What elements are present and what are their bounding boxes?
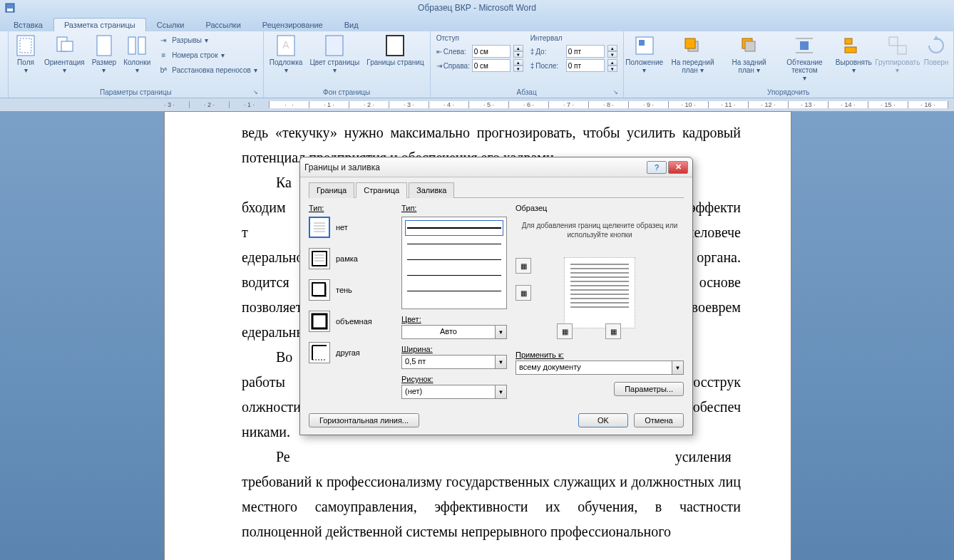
window-title: Образец ВКР - Microsoft Word: [418, 3, 536, 13]
line-style-dashed2[interactable]: [405, 267, 503, 283]
rotate-button: Поверн: [922, 33, 950, 68]
setting-box[interactable]: рамка: [309, 248, 393, 269]
dialog-tab-page[interactable]: Страница: [356, 182, 407, 198]
watermark-icon: A: [275, 34, 297, 57]
tab-insert[interactable]: Вставка: [3, 18, 53, 31]
line-style-solid[interactable]: [405, 220, 503, 236]
preview-top-border-button[interactable]: ▦: [516, 258, 531, 274]
svg-rect-38: [312, 314, 327, 328]
bring-front-button[interactable]: На передний план ▾: [664, 33, 722, 76]
art-combo[interactable]: (нет) ▼: [401, 385, 507, 399]
line-style-dashdot[interactable]: [405, 283, 503, 299]
setting-custom[interactable]: другая: [309, 342, 393, 363]
art-label: Рисунок:: [401, 375, 507, 383]
preview-left-border-button[interactable]: ▦: [557, 323, 573, 339]
spacing-before-input[interactable]: [566, 45, 605, 58]
dialog-help-button[interactable]: ?: [647, 161, 667, 174]
position-icon: [633, 34, 656, 57]
color-combo[interactable]: Авто ▼: [401, 325, 507, 339]
line-numbers-button[interactable]: ≡Номера строк ▾: [155, 48, 260, 62]
color-combo-arrow[interactable]: ▼: [495, 326, 506, 338]
indent-left-icon: ⇤: [436, 48, 442, 56]
breaks-button[interactable]: ⇥Разрывы ▾: [155, 33, 260, 47]
dialog-close-button[interactable]: ✕: [668, 161, 688, 174]
apply-combo-arrow[interactable]: ▼: [672, 361, 683, 374]
svg-text:A: A: [282, 39, 289, 51]
setting-3d[interactable]: объемная: [309, 311, 393, 332]
svg-rect-8: [138, 37, 145, 54]
paragraph-group-label: Абзац: [434, 87, 620, 98]
page-color-button[interactable]: Цвет страницы▾: [307, 33, 362, 76]
save-icon[interactable]: [3, 1, 17, 14]
tab-review[interactable]: Рецензирование: [252, 18, 334, 31]
hyphenation-button[interactable]: bªРасстановка переносов ▾: [155, 63, 260, 77]
ribbon-group-themes-partial: [0, 31, 9, 98]
art-combo-arrow[interactable]: ▼: [495, 385, 506, 398]
cancel-button[interactable]: Отмена: [634, 413, 684, 427]
dialog-titlebar[interactable]: Границы и заливка ? ✕: [300, 157, 692, 177]
options-button[interactable]: Параметры...: [614, 382, 684, 396]
tab-page-layout[interactable]: Разметка страницы: [53, 18, 146, 31]
doc-paragraph-4b: требований к профессионализму государств…: [242, 470, 741, 544]
ribbon-group-page-bg: A Подложка▾ Цвет страницы▾ Границы стран…: [264, 31, 431, 98]
setting-shadow[interactable]: тень: [309, 279, 393, 301]
horizontal-line-button[interactable]: Горизонтальная линия...: [309, 413, 419, 427]
width-combo[interactable]: 0,5 пт ▼: [401, 355, 507, 369]
indent-right-up[interactable]: ▲: [513, 59, 523, 66]
page-borders-button[interactable]: Границы страниц: [364, 33, 426, 68]
preview-page[interactable]: [564, 257, 635, 328]
tab-references[interactable]: Ссылки: [146, 18, 195, 31]
spacing-after-label: ‡После:: [530, 62, 563, 70]
preview-right-border-button[interactable]: ▦: [605, 323, 621, 339]
indent-left-input[interactable]: [472, 45, 511, 58]
spacing-before-up[interactable]: ▲: [607, 45, 617, 51]
spacing-after-down[interactable]: ▼: [607, 66, 617, 72]
setting-3d-icon: [309, 311, 330, 332]
size-button[interactable]: Размер▾: [89, 33, 119, 76]
horizontal-ruler[interactable]: · 3 ·· 2 ·· 1 · · · · 1 ·· 2 · · 3 ·· 4 …: [0, 98, 954, 111]
indent-right-label: ⇥Справа:: [436, 62, 469, 70]
width-combo-arrow[interactable]: ▼: [495, 356, 506, 368]
svg-rect-25: [898, 46, 906, 54]
svg-rect-22: [845, 38, 852, 44]
spacing-after-icon: ‡: [530, 62, 535, 70]
ok-button[interactable]: OK: [578, 413, 628, 427]
indent-left-down[interactable]: ▼: [513, 51, 523, 58]
columns-icon: [125, 34, 148, 57]
apply-label: Применить к:: [516, 351, 684, 359]
spacing-after-up[interactable]: ▲: [607, 59, 617, 66]
text-wrap-button[interactable]: Обтекание текстом▾: [776, 33, 833, 83]
setting-custom-icon: [309, 342, 330, 363]
align-button[interactable]: Выровнять ▾: [834, 33, 873, 76]
breaks-icon: ⇥: [158, 34, 169, 46]
dialog-tab-border[interactable]: Граница: [309, 182, 354, 198]
position-button[interactable]: Положение▾: [627, 33, 662, 76]
ribbon: Поля▾ Ориентация▾ Размер▾ Колонки▾ ⇥Разр…: [0, 31, 954, 98]
line-style-dotted[interactable]: [405, 236, 503, 252]
send-back-button[interactable]: На задний план ▾: [723, 33, 774, 76]
indent-right-icon: ⇥: [436, 62, 442, 70]
preview-bottom-border-button[interactable]: ▦: [516, 285, 531, 301]
spacing-before-down[interactable]: ▼: [607, 51, 617, 58]
indent-left-up[interactable]: ▲: [513, 45, 523, 51]
svg-rect-16: [685, 38, 695, 48]
apply-combo[interactable]: всему документу ▼: [516, 361, 684, 375]
borders-shading-dialog: Границы и заливка ? ✕ Граница Страница З…: [299, 157, 693, 435]
line-style-list[interactable]: [401, 217, 507, 309]
page-setup-launcher-icon[interactable]: ↘: [252, 88, 260, 96]
indent-right-down[interactable]: ▼: [513, 66, 523, 72]
paragraph-launcher-icon[interactable]: ↘: [612, 88, 620, 96]
columns-button[interactable]: Колонки▾: [120, 33, 153, 76]
orientation-button[interactable]: Ориентация▾: [41, 33, 88, 76]
quick-access-toolbar: [3, 1, 17, 14]
margins-button[interactable]: Поля▾: [11, 33, 40, 76]
watermark-button[interactable]: A Подложка▾: [267, 33, 306, 76]
indent-right-input[interactable]: [472, 59, 511, 72]
tab-view[interactable]: Вид: [334, 18, 369, 31]
setting-none[interactable]: нет: [309, 217, 393, 238]
dialog-tab-shading[interactable]: Заливка: [409, 182, 454, 198]
line-style-dashed[interactable]: [405, 252, 503, 267]
tab-mailings[interactable]: Рассылки: [195, 18, 251, 31]
spacing-after-input[interactable]: [566, 59, 605, 72]
setting-shadow-icon: [309, 279, 330, 301]
